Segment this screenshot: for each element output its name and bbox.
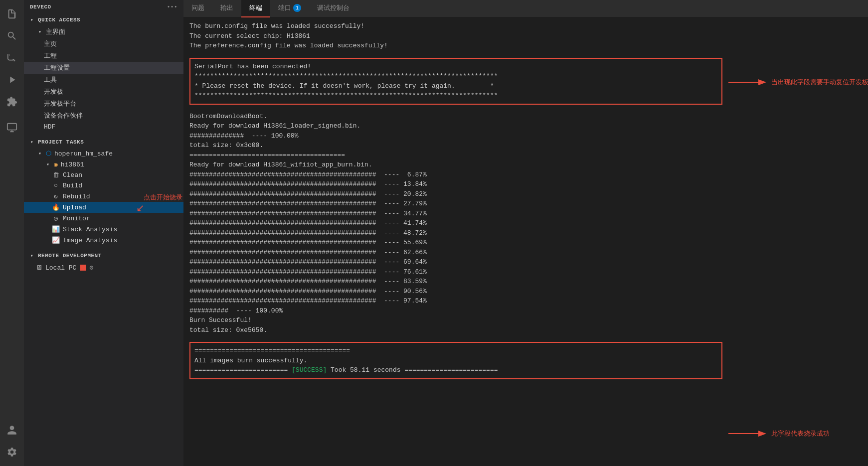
success-box: ========================================…: [189, 342, 722, 379]
files-icon[interactable]: [2, 4, 22, 24]
arrow-right-2: [728, 429, 768, 439]
remote-dev-header[interactable]: ▾ REMOTE DEVELOPMENT: [24, 250, 183, 262]
rebuild-icon: ↻: [52, 192, 60, 200]
device-group: ▾ ◉ hi3861 🗑 Clean ○ Build ↻ Rebuild: [24, 159, 183, 246]
activity-bar: [0, 0, 24, 466]
project-tasks-header[interactable]: ▾ PROJECT TASKS: [24, 136, 183, 148]
local-pc-row: 🖥 Local PC ⚙: [24, 262, 183, 274]
device-item[interactable]: ▾ ◉ hi3861: [24, 159, 183, 170]
task-stack-analysis[interactable]: 📊 Stack Analysis: [24, 224, 183, 235]
task-monitor-label: Monitor: [63, 215, 90, 222]
task-image-analysis[interactable]: 📈 Image Analysis: [24, 235, 183, 246]
account-icon[interactable]: [2, 420, 22, 440]
terminal-line: ****************************************…: [194, 71, 717, 81]
quick-access-chevron: ▾: [28, 16, 36, 24]
main-interface-chevron: ▾: [36, 28, 44, 36]
sidebar-menu-dots[interactable]: •••: [167, 4, 177, 10]
annotation-upload: 点击开始烧录 ↙: [134, 193, 182, 214]
terminal-line: Ready for download Hi3861_loader_signed.…: [189, 121, 722, 131]
project-icon: ⬡: [46, 150, 51, 157]
annotations-panel: 当出现此字段需要手动复位开发板 此字段代表烧录成功: [728, 17, 868, 466]
sidebar-item-hdf[interactable]: HDF: [24, 122, 183, 132]
stack-analysis-icon: 📊: [52, 225, 60, 233]
remote-settings-icon[interactable]: ⚙: [89, 264, 93, 272]
annotation-success-text: 此字段代表烧录成功: [771, 429, 830, 438]
sidebar-item-home[interactable]: 主页: [24, 38, 183, 50]
task-build[interactable]: ○ Build: [24, 180, 183, 191]
project-tasks-section: ▾ PROJECT TASKS ▾ ⬡ hoperun_hm_safe ▾ ◉ …: [24, 136, 183, 246]
sidebar-item-tools[interactable]: 工具: [24, 74, 183, 86]
annotation-reset-text: 当出现此字段需要手动复位开发板: [771, 78, 868, 87]
terminal-line: ########################################…: [189, 248, 722, 258]
tab-debug-console[interactable]: 调试控制台: [309, 0, 357, 17]
extensions-icon[interactable]: [2, 92, 22, 112]
tab-ports-label: 端口: [278, 3, 291, 12]
main-panel: 问题 输出 终端 端口 1 调试控制台 The burn.config file…: [183, 0, 868, 466]
run-icon[interactable]: [2, 70, 22, 90]
settings-icon[interactable]: [2, 442, 22, 462]
source-control-icon[interactable]: [2, 48, 22, 68]
task-image-analysis-label: Image Analysis: [63, 237, 117, 244]
task-stack-analysis-label: Stack Analysis: [63, 226, 117, 233]
terminal-line: ****************************************…: [194, 91, 717, 101]
terminal-line: ========================================: [189, 151, 722, 160]
terminal-line: * Please reset the device. If it doesn't…: [194, 81, 717, 91]
sidebar-item-project-settings[interactable]: 工程设置: [24, 62, 183, 74]
sidebar-item-devboard[interactable]: 开发板: [24, 86, 183, 98]
ports-badge: 1: [293, 4, 301, 12]
terminal-line: total size: 0xe5650.: [189, 325, 722, 335]
sidebar-item-device-partner[interactable]: 设备合作伙伴: [24, 110, 183, 122]
task-clean-label: Clean: [63, 171, 82, 179]
remote-dev-label: REMOTE DEVELOPMENT: [38, 253, 102, 259]
project-item[interactable]: ▾ ⬡ hoperun_hm_safe: [24, 148, 183, 159]
main-interface-group: ▾ 主界面 主页 工程 工程设置 工具 开发板 开发板平台 设备合作伙伴: [24, 26, 183, 132]
search-icon[interactable]: [2, 26, 22, 46]
remote-development-section: ▾ REMOTE DEVELOPMENT 🖥 Local PC ⚙: [24, 250, 183, 274]
terminal-line: ############## ---- 100.00%: [189, 131, 722, 141]
sidebar-item-devboard-platform[interactable]: 开发板平台: [24, 98, 183, 110]
terminal-line: ########################################…: [189, 199, 722, 209]
terminal-line: ########################################…: [189, 238, 722, 248]
home-label: 主页: [44, 39, 57, 48]
tab-bar: 问题 输出 终端 端口 1 调试控制台: [183, 0, 868, 17]
device-manager-icon[interactable]: [2, 118, 22, 138]
tab-output-label: 输出: [220, 3, 233, 12]
quick-access-label: QUICK ACCESS: [38, 17, 80, 23]
terminal-content[interactable]: The burn.config file was loaded successf…: [183, 17, 728, 466]
local-pc-label: Local PC: [45, 264, 76, 272]
clean-icon: 🗑: [52, 171, 60, 179]
tab-debug-console-label: 调试控制台: [317, 3, 349, 12]
success-keyword: [SUCCESS]: [292, 366, 327, 374]
tab-problems-label: 问题: [191, 3, 204, 12]
sidebar-item-project[interactable]: 工程: [24, 50, 183, 62]
svg-rect-0: [7, 124, 16, 130]
upload-row-wrapper: 🔥 Upload 点击开始烧录 ↙: [24, 202, 183, 213]
tab-ports[interactable]: 端口 1: [270, 0, 309, 17]
tab-terminal[interactable]: 终端: [241, 0, 270, 17]
tab-output[interactable]: 输出: [212, 0, 241, 17]
terminal-line: ########################################…: [189, 267, 722, 277]
quick-access-header[interactable]: ▾ QUICK ACCESS: [24, 14, 183, 26]
main-interface-item[interactable]: ▾ 主界面: [24, 26, 183, 38]
task-clean[interactable]: 🗑 Clean: [24, 170, 183, 180]
project-tasks-chevron: ▾: [28, 138, 36, 146]
terminal-line: The current select chip: Hi3861: [189, 31, 722, 41]
sidebar-header: DEVECO •••: [24, 0, 183, 14]
terminal-line: ########## ---- 100.00%: [189, 306, 722, 316]
build-icon: ○: [52, 182, 60, 189]
image-analysis-icon: 📈: [52, 236, 60, 244]
tab-problems[interactable]: 问题: [183, 0, 212, 17]
annotation-reset: 当出现此字段需要手动复位开发板: [728, 77, 868, 87]
project-name: hoperun_hm_safe: [54, 150, 113, 157]
project-label: 工程: [44, 51, 57, 60]
terminal-line: ########################################…: [189, 228, 722, 238]
red-square-indicator: [80, 265, 86, 271]
devboard-platform-label: 开发板平台: [44, 99, 76, 108]
quick-access-section: ▾ QUICK ACCESS ▾ 主界面 主页 工程 工程设置 工具 开发板: [24, 14, 183, 132]
upload-icon: 🔥: [52, 203, 60, 211]
terminal-line: ========================================: [194, 346, 717, 356]
terminal-line: ########################################…: [189, 209, 722, 219]
task-monitor[interactable]: ◎ Monitor: [24, 213, 183, 224]
terminal-line: ########################################…: [189, 296, 722, 306]
terminal-area: The burn.config file was loaded successf…: [183, 17, 868, 466]
